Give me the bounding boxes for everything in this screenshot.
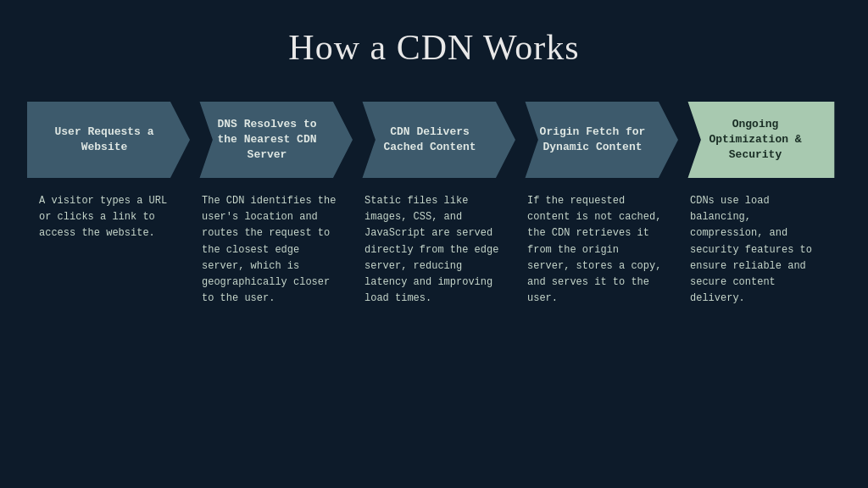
- arrow-label-3: CDN Delivers Cached Content: [368, 125, 492, 155]
- flow-diagram: User Requests a WebsiteDNS Resolves to t…: [27, 102, 841, 307]
- arrows-row: User Requests a WebsiteDNS Resolves to t…: [27, 102, 841, 178]
- desc-item-5: CDNs use load balancing, compression, an…: [678, 193, 841, 307]
- desc-item-1: A visitor types a URL or clicks a link t…: [27, 193, 190, 307]
- arrow-step-1: User Requests a Website: [27, 102, 190, 178]
- desc-item-2: The CDN identifies the user's location a…: [190, 193, 353, 307]
- arrow-label-1: User Requests a Website: [42, 125, 166, 155]
- arrow-label-5: Ongoing Optimization & Security: [693, 117, 817, 164]
- arrow-step-4: Origin Fetch for Dynamic Content: [515, 102, 678, 178]
- arrow-step-3: CDN Delivers Cached Content: [353, 102, 515, 178]
- page-title: How a CDN Works: [288, 27, 579, 68]
- arrow-label-4: Origin Fetch for Dynamic Content: [531, 125, 654, 155]
- arrow-step-2: DNS Resolves to the Nearest CDN Server: [190, 102, 353, 178]
- arrow-label-2: DNS Resolves to the Nearest CDN Server: [205, 117, 329, 164]
- desc-item-3: Static files like images, CSS, and JavaS…: [353, 193, 515, 307]
- desc-item-4: If the requested content is not cached, …: [515, 193, 678, 307]
- arrow-step-5: Ongoing Optimization & Security: [678, 102, 841, 178]
- desc-row: A visitor types a URL or clicks a link t…: [27, 193, 841, 307]
